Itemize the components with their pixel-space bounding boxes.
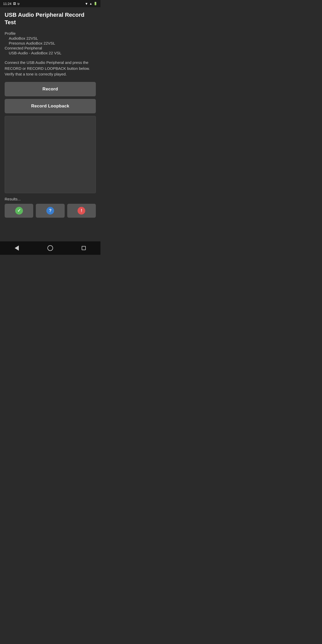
description-text: Connect the USB Audio Peripheral and pre… — [5, 60, 96, 77]
status-bar-right: ▼ ▲ 🔋 — [85, 2, 97, 6]
profile-section: Profile AudioBox 22VSL Presonus AudioBox… — [5, 31, 96, 56]
home-button[interactable] — [43, 243, 58, 253]
bottom-spacer — [5, 222, 96, 237]
battery-icon: 🔋 — [94, 2, 97, 5]
main-content: USB Audio Peripheral Record Test Profile… — [0, 7, 100, 241]
back-button[interactable] — [9, 243, 24, 253]
recents-button[interactable] — [76, 243, 91, 253]
profile-line2: Presonus AudioBox 22VSL — [9, 41, 96, 45]
page-title: USB Audio Peripheral Record Test — [5, 11, 96, 26]
question-icon: ? — [46, 207, 54, 215]
pass-button[interactable]: ✓ — [5, 204, 33, 218]
pass-icon: ✓ — [15, 207, 23, 215]
record-button[interactable]: Record — [5, 82, 96, 96]
home-icon — [47, 245, 53, 251]
connected-peripheral-value: USB-Audio - AudioBox 22 VSL — [9, 51, 96, 55]
profile-label: Profile — [5, 31, 96, 36]
warning-icon: ! — [78, 207, 85, 215]
recents-icon — [82, 246, 86, 250]
signal-icon: ▲ — [89, 2, 92, 5]
status-time: 11:24 — [3, 2, 12, 6]
info-button[interactable]: ? — [36, 204, 64, 218]
results-label: Results... — [5, 197, 96, 201]
wifi-icon: ▼ — [85, 2, 88, 6]
record-loopback-button[interactable]: Record Loopback — [5, 99, 96, 113]
connected-peripheral-label: Connected Peripheral — [5, 46, 96, 50]
back-icon — [15, 245, 19, 251]
profile-line1: AudioBox 22VSL — [9, 36, 96, 40]
fail-button[interactable]: ! — [67, 204, 96, 218]
nav-bar — [0, 241, 100, 255]
image-icon: 🖼 — [13, 2, 16, 5]
status-bar-left: 11:24 🖼 ip — [3, 2, 20, 6]
results-buttons: ✓ ? ! — [5, 204, 96, 218]
status-bar: 11:24 🖼 ip ▼ ▲ 🔋 — [0, 0, 100, 7]
output-area — [5, 116, 96, 193]
ip-label: ip — [18, 2, 20, 5]
